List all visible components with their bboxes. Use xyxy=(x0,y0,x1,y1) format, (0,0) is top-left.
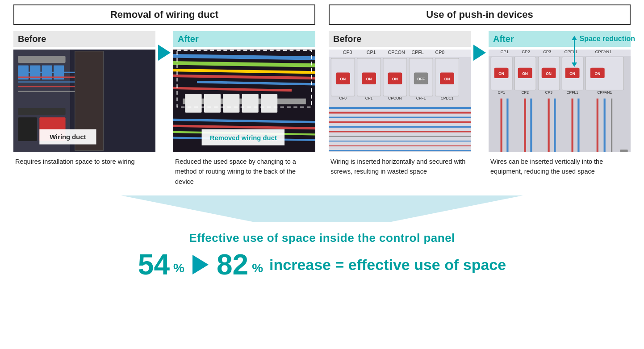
arrow-right-icon-2 xyxy=(473,45,486,61)
svg-text:OFF: OFF xyxy=(417,77,425,81)
svg-text:CP0: CP0 xyxy=(435,50,445,55)
before-image-pushin: CP0 CP1 CPCON CPFL CP0 ON CP0 xyxy=(329,50,471,152)
svg-text:CP3: CP3 xyxy=(545,90,552,95)
svg-text:ON: ON xyxy=(546,71,552,76)
svg-text:CP1: CP1 xyxy=(501,50,509,54)
svg-text:CPDC1: CPDC1 xyxy=(441,96,454,100)
svg-text:CP0: CP0 xyxy=(339,96,347,100)
svg-text:CP0: CP0 xyxy=(343,50,352,55)
svg-text:CPFL1: CPFL1 xyxy=(566,90,578,95)
arrow-down-icon xyxy=(572,62,577,67)
svg-text:CP3: CP3 xyxy=(543,50,552,54)
svg-rect-28 xyxy=(204,94,221,112)
svg-rect-30 xyxy=(242,94,259,112)
svg-text:CPCON: CPCON xyxy=(388,50,405,55)
stat-before-percent: % xyxy=(173,262,184,274)
panel-after-pushin: After Space reduction xyxy=(489,31,631,177)
space-reduction-label: Space reduction xyxy=(580,35,635,43)
svg-text:CP2: CP2 xyxy=(521,90,529,95)
stat-after-number: 82 xyxy=(217,250,248,279)
stat-before-number: 54 xyxy=(138,250,170,279)
section-removal: Removal of wiring duct Before xyxy=(13,4,315,187)
space-reduction-arrow-icon xyxy=(572,36,577,67)
before-description-removal: Requires installation space to store wir… xyxy=(13,152,155,166)
space-reduction-annotation: Space reduction xyxy=(572,35,635,67)
section-removal-title: Removal of wiring duct xyxy=(13,4,315,25)
section-pushin-title: Use of push-in devices xyxy=(329,4,631,25)
svg-text:ON: ON xyxy=(498,71,504,76)
svg-text:ON: ON xyxy=(569,71,575,76)
svg-text:CP1: CP1 xyxy=(365,96,373,100)
before-label-removal: Before xyxy=(13,31,155,47)
svg-rect-3 xyxy=(18,56,66,63)
main-container: Removal of wiring duct Before xyxy=(0,0,644,288)
after-label-removal: After xyxy=(173,31,315,47)
stat-label: increase = effective use of space xyxy=(269,256,506,274)
arrow-right-icon xyxy=(158,45,171,61)
panel-before-removal: Before xyxy=(13,31,155,166)
bottom-text-block: Effective use of space inside the contro… xyxy=(13,231,631,279)
before-after-row-removal: Before xyxy=(13,31,315,187)
svg-rect-15 xyxy=(18,117,37,141)
svg-text:Wiring duct: Wiring duct xyxy=(50,133,86,141)
arrow-pushin xyxy=(471,31,489,61)
svg-rect-14 xyxy=(18,108,66,115)
funnel-svg xyxy=(121,195,523,222)
svg-text:ON: ON xyxy=(522,71,528,76)
svg-text:Removed wiring duct: Removed wiring duct xyxy=(210,134,277,141)
after-description-removal: Reduced the used space by changing to a … xyxy=(173,152,315,187)
before-image-removal: Wiring duct xyxy=(13,50,155,152)
after-description-pushin: Wires can be inserted vertically into th… xyxy=(489,152,631,177)
arrow-removal xyxy=(155,31,173,61)
svg-text:CP2: CP2 xyxy=(522,50,530,54)
top-sections: Removal of wiring duct Before xyxy=(13,4,631,187)
stat-arrow-icon xyxy=(192,255,209,274)
svg-text:ON: ON xyxy=(366,77,372,81)
before-description-pushin: Wiring is inserted horizontally and secu… xyxy=(329,152,471,177)
svg-text:CPFL: CPFL xyxy=(412,50,424,55)
arrow-up-icon xyxy=(572,36,577,40)
stats-row: 54 % 82 % increase = effective use of sp… xyxy=(13,250,631,279)
double-arrow-line xyxy=(574,40,575,62)
panel-after-removal: After xyxy=(173,31,315,187)
bottom-section: Effective use of space inside the contro… xyxy=(13,195,631,279)
svg-marker-115 xyxy=(121,195,523,222)
effective-use-text: Effective use of space inside the contro… xyxy=(13,231,631,245)
svg-text:ON: ON xyxy=(444,77,450,81)
svg-text:CPCON: CPCON xyxy=(388,96,402,100)
panel-before-pushin: Before CP0 CP1 CPCON CPFL CP0 xyxy=(329,31,471,177)
after-image-removal: Removed wiring duct xyxy=(173,50,315,152)
svg-text:ON: ON xyxy=(340,77,346,81)
svg-text:ON: ON xyxy=(594,71,600,76)
funnel-container xyxy=(121,195,523,222)
svg-text:CPFAN1: CPFAN1 xyxy=(597,90,612,95)
before-after-row-pushin: Before CP0 CP1 CPCON CPFL CP0 xyxy=(329,31,631,177)
svg-rect-114 xyxy=(620,150,628,152)
section-pushin: Use of push-in devices Before CP0 CP1 CP… xyxy=(329,4,631,187)
svg-rect-27 xyxy=(185,94,202,112)
stat-after-percent: % xyxy=(252,262,263,274)
svg-line-20 xyxy=(173,56,315,58)
svg-line-21 xyxy=(173,63,315,65)
svg-text:CPFL: CPFL xyxy=(416,96,426,100)
svg-text:CP1: CP1 xyxy=(498,90,505,95)
svg-rect-31 xyxy=(261,94,277,112)
svg-text:ON: ON xyxy=(392,77,398,81)
before-label-pushin: Before xyxy=(329,31,471,47)
svg-text:CP1: CP1 xyxy=(367,50,376,55)
svg-rect-29 xyxy=(223,94,239,112)
